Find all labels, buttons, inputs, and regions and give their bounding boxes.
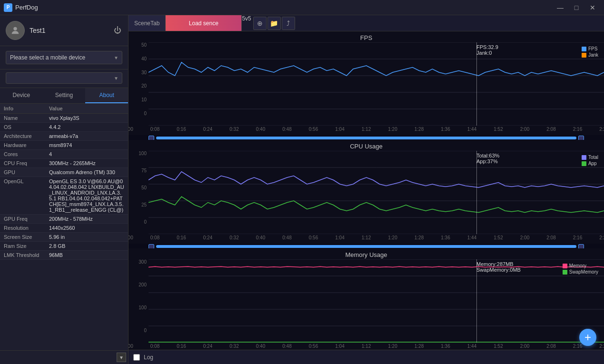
info-row: GPU Freq200MHz - 578MHz	[0, 215, 128, 224]
tab-about[interactable]: About	[85, 88, 128, 103]
cpu-y-axis: 100 75 50 25 0	[129, 151, 149, 234]
target-icon-btn[interactable]: ⊕	[253, 17, 267, 30]
titlebar: P PerfDog — □ ✕	[0, 0, 604, 15]
fps-x-axis: 0:000:080:160:240:320:400:480:561:041:12…	[129, 126, 604, 135]
info-table-header: Info Value	[0, 104, 128, 114]
info-row: CPU Freq300MHz - 2265MHz	[0, 159, 128, 168]
memory-chart-area: Memory:287MB SwapMemory:0MB Memory SwapM…	[149, 259, 604, 343]
svg-point-0	[13, 27, 17, 30]
tab-device[interactable]: Device	[0, 88, 43, 103]
cpu-legend-dot-app	[582, 161, 586, 166]
charts-area: FPS 50 40 30 20 10 0 FPS:32.9	[129, 31, 604, 350]
info-row: Architecturearmeabi-v7a	[0, 132, 128, 141]
header-info: Info	[4, 106, 49, 111]
fps-legend-dot-jank	[582, 53, 586, 58]
sidebar: Test1 ⏻ Please select a mobile device De…	[0, 15, 129, 364]
scroll-down-arrow[interactable]: ▼	[117, 353, 126, 362]
app-title: PerfDog	[15, 4, 553, 11]
fps-chart-title: FPS	[129, 31, 604, 42]
sidebar-tabs: Device Setting About	[0, 88, 128, 104]
memory-chart-inner: 300 200 100 0 Memory:287MB SwapMemory:0M…	[129, 259, 604, 343]
fps-legend: FPS Jank	[582, 46, 598, 59]
memory-legend: Memory SwapMemory	[563, 263, 598, 275]
tab-setting[interactable]: Setting	[43, 88, 86, 103]
cpu-legend-dot-total	[582, 155, 586, 160]
app-icon: P	[4, 3, 12, 12]
memory-chart: Memory Usage 300 200 100 0 Memory:287MB …	[129, 248, 604, 350]
info-row: GPUQualcomm Adreno (TM) 330	[0, 168, 128, 177]
right-panel: SceneTab Load sence 5v5 ⊕ 📁 ⤴ FPS 50 40 …	[129, 15, 604, 364]
cpu-chart-area: Total:63% App:37% Total App	[149, 151, 604, 234]
folder-icon-btn[interactable]: 📁	[267, 17, 281, 30]
fps-chart-area: FPS:32.9 Jank:0 FPS Jank	[149, 42, 604, 126]
add-chart-button[interactable]: +	[579, 329, 596, 346]
info-row: Namevivo Xplay3S	[0, 114, 128, 123]
fps-scrollbar-track[interactable]	[156, 137, 576, 139]
fps-legend-dot-fps	[582, 47, 586, 51]
info-row: OS4.4.2	[0, 123, 128, 132]
header-value: Value	[49, 106, 63, 111]
cpu-scrollbar-track[interactable]	[156, 245, 576, 248]
user-area: Test1 ⏻	[0, 15, 128, 46]
cpu-legend: Total App	[582, 155, 598, 167]
memory-y-axis: 300 200 100 0	[129, 259, 149, 343]
close-button[interactable]: ✕	[585, 3, 600, 12]
info-row: LMK Threshold96MB	[0, 251, 128, 260]
maximize-button[interactable]: □	[569, 3, 584, 12]
avatar	[6, 21, 25, 40]
5v5-tab[interactable]: 5v5	[242, 15, 251, 31]
info-table: Info Value Namevivo Xplay3SOS4.4.2Archit…	[0, 104, 128, 350]
scene-tabbar: SceneTab Load sence 5v5 ⊕ 📁 ⤴	[129, 15, 604, 31]
bottom-bar: Log	[129, 350, 604, 364]
info-row: Cores4	[0, 150, 128, 159]
export-icon-btn[interactable]: ⤴	[282, 17, 295, 30]
scene-tab-label: SceneTab	[129, 15, 166, 31]
fps-scrollbar-thumb	[156, 137, 576, 139]
cpu-canvas	[149, 151, 604, 234]
cpu-chart: CPU Usage 100 75 50 25 0 Total:63%	[129, 140, 604, 248]
fps-canvas	[149, 42, 604, 126]
memory-x-axis: 0:000:080:160:240:320:400:480:561:041:12…	[129, 343, 604, 350]
window-controls: — □ ✕	[553, 3, 600, 12]
memory-legend-dot-memory	[563, 264, 567, 268]
cpu-scrollbar-thumb	[156, 245, 576, 248]
cpu-chart-title: CPU Usage	[129, 140, 604, 151]
log-checkbox[interactable]	[133, 354, 140, 361]
fps-y-axis: 50 40 30 20 10 0	[129, 42, 149, 126]
info-row: Resolution1440x2560	[0, 224, 128, 233]
fps-chart: FPS 50 40 30 20 10 0 FPS:32.9	[129, 31, 604, 140]
info-row: Screen Size5.96 in	[0, 233, 128, 242]
device-select[interactable]: Please select a mobile device	[6, 51, 122, 64]
log-label[interactable]: Log	[144, 354, 153, 361]
device-select-wrap: Please select a mobile device	[0, 46, 128, 69]
fps-chart-inner: 50 40 30 20 10 0 FPS:32.9 Jank:0	[129, 42, 604, 126]
cpu-chart-inner: 100 75 50 25 0 Total:63% App:37%	[129, 151, 604, 234]
memory-chart-title: Memory Usage	[129, 248, 604, 259]
app-select[interactable]	[6, 72, 122, 84]
load-sence-tab[interactable]: Load sence	[166, 15, 242, 31]
info-row: Ram Size2.8 GB	[0, 242, 128, 251]
info-row: OpenGLOpenGL ES 3.0 V@66.0 AU@04.04.02.0…	[0, 177, 128, 215]
username-label: Test1	[30, 27, 109, 34]
minimize-button[interactable]: —	[553, 3, 568, 12]
memory-canvas	[149, 259, 604, 343]
sidebar-bottom: ▼	[0, 350, 128, 364]
scene-controls: ⊕ 📁 ⤴	[251, 15, 297, 31]
second-select-wrap	[0, 69, 128, 88]
power-icon[interactable]: ⏻	[114, 26, 122, 35]
info-row: Hardwaremsm8974	[0, 141, 128, 150]
main-layout: Test1 ⏻ Please select a mobile device De…	[0, 15, 604, 364]
memory-legend-dot-swap	[563, 270, 567, 275]
cpu-x-axis: 0:000:080:160:240:320:400:480:561:041:12…	[129, 234, 604, 244]
